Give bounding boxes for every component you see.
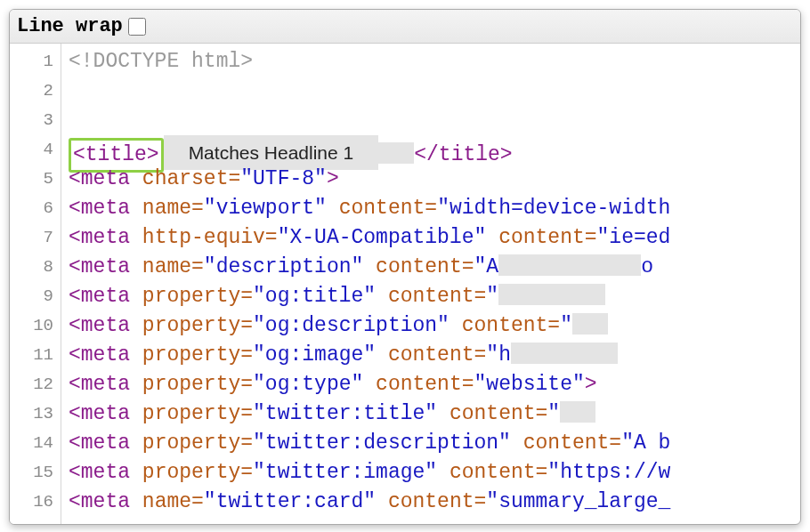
line-number: 16	[10, 488, 53, 517]
code-editor: Line wrap 12345678910111213141516 <!DOCT…	[9, 9, 801, 525]
line-number: 15	[10, 458, 53, 488]
code-line[interactable]: <meta property="og:title" content="	[69, 282, 800, 311]
line-number: 9	[10, 282, 53, 311]
line-number: 11	[10, 341, 53, 370]
line-number: 2	[10, 77, 53, 106]
code-line[interactable]: <title>Matches Headline 1</title>	[69, 135, 800, 165]
line-number: 5	[10, 165, 53, 194]
redacted-text	[378, 142, 414, 164]
line-number-gutter: 12345678910111213141516	[10, 44, 61, 524]
code-line[interactable]: <meta name="twitter:card" content="summa…	[69, 488, 800, 517]
code-line[interactable]: <meta property="twitter:description" con…	[69, 429, 800, 458]
line-number: 12	[10, 370, 53, 399]
redacted-text	[498, 284, 605, 305]
code-line[interactable]: <meta property="og:description" content=…	[69, 311, 800, 341]
redacted-text	[560, 401, 595, 423]
code-line[interactable]	[69, 77, 800, 106]
toolbar: Line wrap	[10, 10, 800, 44]
line-number: 8	[10, 253, 53, 282]
code-area[interactable]: 12345678910111213141516 <!DOCTYPE html><…	[10, 44, 800, 524]
redacted-text	[572, 313, 608, 335]
code-line[interactable]: <meta name="viewport" content="width=dev…	[69, 194, 800, 223]
code-line[interactable]: <!DOCTYPE html>	[69, 47, 800, 77]
code-line[interactable]: <meta name="description" content="Ao	[69, 253, 800, 282]
line-number: 3	[10, 106, 53, 135]
line-number: 10	[10, 311, 53, 341]
linewrap-label: Line wrap	[17, 15, 123, 37]
line-number: 4	[10, 135, 53, 165]
code-line[interactable]	[69, 106, 800, 135]
linewrap-checkbox[interactable]	[128, 18, 146, 36]
code-line[interactable]: <meta http-equiv="X-UA-Compatible" conte…	[69, 223, 800, 253]
line-number: 7	[10, 223, 53, 253]
code-line[interactable]: <meta property="twitter:image" content="…	[69, 458, 800, 488]
line-number: 1	[10, 47, 53, 77]
line-number: 14	[10, 429, 53, 458]
code-line[interactable]: <meta charset="UTF-8">	[69, 165, 800, 194]
redacted-text	[498, 254, 641, 276]
code-line[interactable]: <meta property="og:image" content="h	[69, 341, 800, 370]
code-content[interactable]: <!DOCTYPE html><title>Matches Headline 1…	[61, 44, 800, 524]
redacted-text	[511, 343, 618, 364]
code-line[interactable]: <meta property="twitter:title" content="	[69, 399, 800, 429]
line-number: 6	[10, 194, 53, 223]
code-line[interactable]: <meta property="og:type" content="websit…	[69, 370, 800, 399]
line-number: 13	[10, 399, 53, 429]
